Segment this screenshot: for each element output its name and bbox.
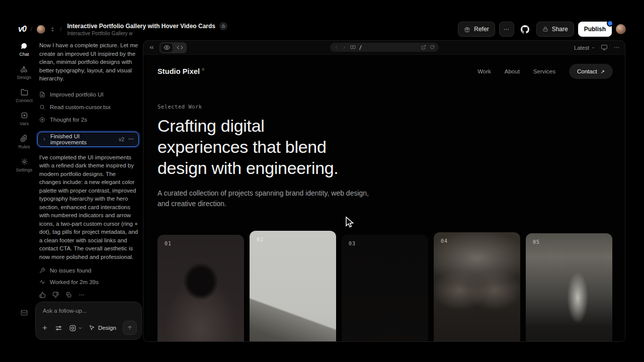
publish-label: Publish bbox=[584, 26, 606, 33]
tool-step-thought[interactable]: Thought for 2s bbox=[39, 114, 139, 126]
sidebar-label: Settings bbox=[16, 167, 33, 172]
copy-icon[interactable] bbox=[65, 292, 72, 298]
more-options-button[interactable] bbox=[499, 22, 514, 37]
preview-toolbar: / Latest bbox=[143, 41, 625, 55]
forward-icon[interactable] bbox=[342, 45, 347, 50]
project-subtitle: Interactive Portfolio Gallery w bbox=[67, 31, 227, 36]
preview-eye-toggle[interactable] bbox=[160, 43, 173, 52]
code-view-toggle[interactable] bbox=[174, 43, 186, 52]
sliders-icon[interactable] bbox=[55, 324, 62, 332]
preview-more-icon[interactable] bbox=[613, 44, 620, 51]
wrench-icon bbox=[39, 267, 45, 274]
no-issues-label: No issues found bbox=[50, 267, 91, 274]
github-icon bbox=[521, 25, 529, 34]
account-avatar[interactable] bbox=[616, 24, 626, 34]
nav-link-about[interactable]: About bbox=[505, 68, 520, 74]
card-number: 04 bbox=[441, 238, 448, 244]
nav-link-work[interactable]: Work bbox=[477, 68, 491, 74]
chevron-updown-icon[interactable] bbox=[50, 26, 55, 33]
notification-dot bbox=[607, 20, 613, 27]
tool-step-label: Thought for 2s bbox=[50, 117, 87, 123]
v0-logo[interactable]: v0 bbox=[18, 25, 26, 34]
sidebar-item-rules[interactable]: Rules bbox=[18, 135, 30, 149]
github-button[interactable] bbox=[518, 22, 532, 36]
site-brand[interactable]: Studio Pixel ® bbox=[157, 67, 205, 75]
finished-task-card[interactable]: Finished UI improvements v2 bbox=[37, 132, 139, 147]
project-card-05[interactable]: 05 bbox=[526, 233, 612, 342]
sidebar-item-settings[interactable]: Settings bbox=[16, 158, 33, 172]
open-external-icon[interactable] bbox=[421, 45, 426, 50]
sidebar-item-chat[interactable]: Chat bbox=[19, 42, 29, 57]
sidebar-label: Vars bbox=[20, 121, 29, 126]
sidebar-label: Design bbox=[17, 75, 31, 80]
hero-heading-line: experiences that blend bbox=[157, 136, 339, 157]
refer-button[interactable]: Refer bbox=[458, 22, 495, 37]
user-avatar[interactable] bbox=[37, 25, 45, 34]
tool-step-read-file[interactable]: Read custom-cursor.tsx bbox=[39, 101, 139, 114]
chat-panel: Now I have a complete picture. Let me cr… bbox=[35, 40, 142, 362]
pointer-icon bbox=[89, 325, 95, 331]
screen-share-icon bbox=[350, 45, 356, 50]
card-number: 03 bbox=[349, 241, 356, 246]
attach-plus-icon[interactable] bbox=[41, 324, 48, 331]
card-number: 05 bbox=[533, 239, 540, 245]
assistant-summary: I've completed the UI improvements with … bbox=[39, 153, 139, 261]
project-title-block: Interactive Portfolio Gallery with Hover… bbox=[67, 22, 227, 36]
nav-link-services[interactable]: Services bbox=[533, 68, 555, 74]
left-rail: Chat Design Connect Vars Rules Settings bbox=[12, 42, 36, 181]
sidebar-item-design[interactable]: Design bbox=[17, 65, 31, 80]
back-icon[interactable] bbox=[334, 45, 339, 50]
folder-icon bbox=[21, 88, 28, 96]
hero-subheading-line: A curated collection of projects spannin… bbox=[157, 188, 369, 199]
task-more-icon[interactable] bbox=[128, 136, 134, 142]
project-card-03[interactable]: 03 bbox=[342, 235, 428, 342]
contact-label: Contact bbox=[577, 68, 597, 74]
chat-input-card[interactable]: Design bbox=[35, 302, 142, 340]
sidebar-item-connect[interactable]: Connect bbox=[16, 88, 33, 103]
tool-step-label: Improved portfolio UI bbox=[50, 92, 104, 98]
tool-step-improved-ui[interactable]: Improved portfolio UI bbox=[39, 88, 139, 101]
thumbs-down-icon[interactable] bbox=[52, 292, 59, 298]
assistant-message: Now I have a complete picture. Let me cr… bbox=[39, 41, 139, 83]
project-card-04[interactable]: 04 bbox=[434, 232, 520, 342]
ellipsis-icon bbox=[503, 26, 510, 33]
model-picker[interactable] bbox=[69, 324, 83, 332]
url-path: / bbox=[359, 45, 362, 50]
design-label: Design bbox=[98, 325, 116, 331]
eyebrow-label: Selected Work bbox=[157, 104, 202, 110]
chat-input[interactable] bbox=[42, 307, 135, 314]
file-icon bbox=[39, 92, 45, 98]
url-bar[interactable]: / bbox=[330, 43, 439, 52]
device-desktop-icon[interactable] bbox=[601, 44, 608, 51]
site-viewport: Studio Pixel ® Work About Services Conta… bbox=[143, 55, 625, 342]
version-badge: v2 bbox=[119, 136, 124, 142]
project-card-01[interactable]: 01 bbox=[157, 235, 244, 342]
hero-heading-line: Crafting digital bbox=[157, 115, 339, 136]
sidebar-item-vars[interactable]: Vars bbox=[20, 112, 29, 126]
refresh-icon[interactable] bbox=[430, 45, 435, 50]
brand-text: Studio Pixel bbox=[157, 67, 200, 75]
view-mode-toggle bbox=[159, 42, 187, 53]
no-issues-row[interactable]: No issues found bbox=[39, 267, 139, 274]
share-button[interactable]: Share bbox=[536, 22, 574, 37]
refer-label: Refer bbox=[474, 26, 489, 33]
thumbs-up-icon[interactable] bbox=[39, 292, 46, 298]
project-card-02[interactable]: 02 bbox=[250, 231, 336, 342]
brand-mark: ® bbox=[202, 68, 204, 71]
version-dropdown[interactable]: Latest bbox=[574, 45, 595, 51]
breadcrumb-separator: / bbox=[60, 26, 61, 33]
site-header: Studio Pixel ® Work About Services Conta… bbox=[157, 64, 613, 79]
hero-subheading: A curated collection of projects spannin… bbox=[157, 188, 369, 209]
publish-button[interactable]: Publish bbox=[578, 22, 612, 37]
inbox-icon[interactable] bbox=[20, 309, 28, 316]
send-button[interactable] bbox=[123, 321, 137, 335]
design-mode-button[interactable]: Design bbox=[89, 325, 116, 331]
preview-panel: / Latest Studi bbox=[143, 40, 625, 342]
chevron-down-icon bbox=[78, 326, 83, 330]
message-more-icon[interactable] bbox=[78, 292, 85, 298]
collapse-panel-icon[interactable] bbox=[148, 44, 155, 51]
worked-label: Worked for 2m 39s bbox=[50, 279, 99, 285]
paperclip-icon bbox=[20, 135, 28, 142]
contact-button[interactable]: Contact ↗ bbox=[569, 64, 613, 79]
task-card-label: Finished UI improvements bbox=[50, 133, 115, 145]
